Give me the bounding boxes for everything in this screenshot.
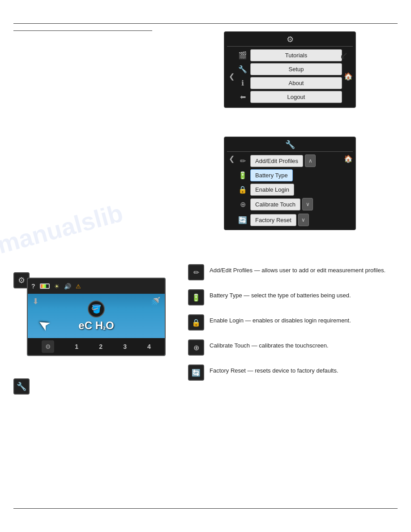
battery-icon: 🔋	[238, 171, 248, 180]
about-button[interactable]: About	[250, 77, 342, 89]
tab-1[interactable]: 1	[75, 343, 78, 350]
lock-icon: 🔒	[238, 185, 248, 194]
refresh-label-icon: 🔄	[188, 365, 204, 381]
arrow-pointer: ➤	[34, 315, 53, 335]
bottom-setup-panel: 🔧 ❮ ✏ Add/Edit Profiles ∧ 🔋 Battery Type	[210, 137, 356, 230]
logout-row: ⬅ Logout	[238, 91, 342, 103]
calibrate-touch-button[interactable]: Calibrate Touch	[250, 198, 300, 210]
pencil-label-icon: ✏	[188, 264, 204, 280]
battery-label-text: Battery Type — select the type of batter…	[210, 289, 351, 300]
question-icon: ?	[31, 283, 35, 290]
lock-label-icon: 🔒	[188, 314, 204, 330]
tab-3[interactable]: 3	[123, 343, 127, 350]
wrench-icon: 🔧	[238, 65, 248, 73]
bottom-rule	[13, 508, 398, 509]
logout-button[interactable]: Logout	[250, 91, 342, 103]
setup-row: 🔧 Setup	[238, 63, 342, 75]
add-edit-profiles-row: ✏ Add/Edit Profiles ∧	[238, 154, 342, 167]
add-edit-profiles-button[interactable]: Add/Edit Profiles	[250, 155, 303, 167]
setup-nav-left[interactable]: ❮	[227, 154, 236, 163]
arrow-icon: ↙	[340, 50, 348, 61]
device-top-bar: ? ☀ 🔊 ⚠	[28, 279, 165, 294]
tutorials-row: 🎬 Tutorials ↙	[238, 49, 342, 61]
brightness-icon: ☀	[54, 283, 60, 290]
ec-text: eC H₂O	[78, 319, 114, 332]
wrench-header-icon: 🔧	[285, 140, 295, 150]
sil-row-lock: 🔒 Enable Login — enables or disables log…	[188, 314, 390, 330]
setup-panel-header: 🔧	[227, 140, 353, 152]
factory-reset-row: 🔄 Factory Reset ∨	[238, 213, 342, 227]
calibrate-label-text: Calibrate Touch — calibrates the touchsc…	[210, 339, 329, 350]
factory-reset-button[interactable]: Factory Reset	[250, 214, 296, 226]
bucket-icon: 🪣	[91, 304, 101, 314]
gear-icon-inner: ⚙	[18, 275, 25, 285]
tab-2[interactable]: 2	[99, 343, 103, 350]
add-edit-label-text: Add/Edit Profiles — allows user to add o…	[210, 264, 385, 275]
pencil-icon: ✏	[238, 157, 248, 165]
panel-header: ⚙	[227, 34, 353, 47]
crosshair-label-icon: ⊕	[188, 339, 204, 356]
enable-login-row: 🔒 Enable Login	[238, 184, 342, 196]
device-battery-icon	[40, 283, 50, 289]
sil-row-calibrate: ⊕ Calibrate Touch — calibrates the touch…	[188, 339, 390, 356]
crosshair-icon: ⊕	[238, 200, 248, 209]
device-center: ⬇ 🪣 eC H₂O 🚿 ➤	[28, 294, 165, 338]
download-icon: ⬇	[32, 296, 39, 306]
top-settings-panel: ⚙ ❮ 🎬 Tutorials ↙ 🔧 Setup	[210, 31, 356, 108]
device-screenshot: ? ☀ 🔊 ⚠ ⬇ 🪣 eC H₂O 🚿 ➤ ⚙ 1 2 3 4	[27, 278, 166, 356]
setup-nav-right[interactable]: 🏠	[344, 154, 353, 163]
icon-labels-section: ✏ Add/Edit Profiles — allows user to add…	[188, 264, 390, 390]
sil-row-add-edit: ✏ Add/Edit Profiles — allows user to add…	[188, 264, 390, 280]
enable-login-button[interactable]: Enable Login	[250, 184, 294, 196]
reset-label-text: Factory Reset — resets device to factory…	[210, 365, 338, 375]
refresh-icon: 🔄	[238, 216, 248, 224]
wrench-icon-box: 🔧	[13, 378, 30, 395]
tutorials-button[interactable]: Tutorials ↙	[250, 49, 342, 61]
sil-row-reset: 🔄 Factory Reset — resets device to facto…	[188, 365, 390, 381]
chevron-down-button-calibrate[interactable]: ∨	[302, 198, 313, 210]
sil-row-battery: 🔋 Battery Type — select the type of batt…	[188, 289, 390, 305]
top-rule	[13, 23, 398, 24]
about-row: ℹ About	[238, 77, 342, 89]
panel-nav-right[interactable]: 🏠	[344, 72, 353, 81]
battery-type-button[interactable]: Battery Type	[250, 169, 293, 181]
tab-4[interactable]: 4	[147, 343, 151, 350]
setup-button[interactable]: Setup	[250, 63, 342, 75]
battery-label-icon: 🔋	[188, 289, 204, 305]
calibrate-touch-row: ⊕ Calibrate Touch ∨	[238, 198, 342, 210]
lock-label-text: Enable Login — enables or disables login…	[210, 314, 351, 325]
chevron-down-button-reset[interactable]: ∨	[298, 214, 309, 226]
panel-nav-left[interactable]: ❮	[227, 72, 236, 81]
wrench-icon-inner: 🔧	[17, 382, 26, 391]
gear-tab-icon: ⚙	[45, 343, 51, 350]
sound-icon: 🔊	[64, 283, 71, 290]
warning-icon: ⚠	[76, 283, 81, 290]
faucet-icon: 🚿	[150, 296, 160, 306]
battery-type-row: 🔋 Battery Type	[238, 169, 342, 181]
device-bottom-bar: ⚙ 1 2 3 4	[28, 338, 165, 355]
gear-icon: ⚙	[287, 34, 294, 44]
left-subrule	[13, 30, 152, 31]
back-icon: ⬅	[238, 93, 248, 101]
chevron-up-button[interactable]: ∧	[305, 154, 316, 167]
info-icon: ℹ	[238, 79, 248, 87]
gear-tab-button[interactable]: ⚙	[42, 340, 54, 353]
film-icon: 🎬	[238, 51, 248, 60]
